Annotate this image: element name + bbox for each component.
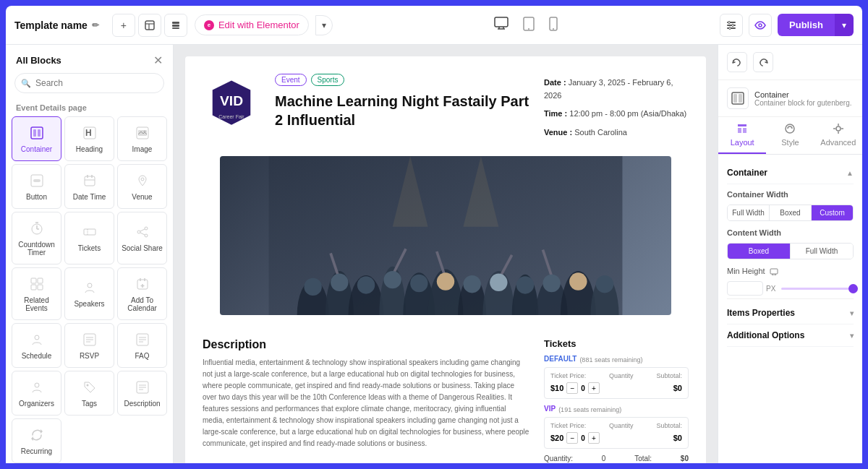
block-tickets[interactable]: Tickets bbox=[64, 212, 114, 264]
vip-seats: (191 seats remaining) bbox=[558, 406, 621, 413]
vip-label: VIP bbox=[544, 405, 556, 413]
top-bar: Template name ✏ + bbox=[6, 6, 862, 45]
svg-point-18 bbox=[732, 24, 734, 26]
block-countdown[interactable]: Countdown Timer bbox=[12, 212, 61, 264]
block-speakers[interactable]: Speakers bbox=[64, 267, 114, 320]
container-width-label: Container Width bbox=[727, 190, 854, 199]
block-button[interactable]: Button bbox=[12, 164, 61, 209]
content-boxed-button[interactable]: Boxed bbox=[728, 244, 791, 259]
template-icon bbox=[144, 20, 156, 31]
block-heading-label: Heading bbox=[76, 145, 103, 153]
default-qty-control: − 0 + bbox=[566, 382, 600, 394]
settings-icon bbox=[726, 20, 737, 31]
block-recurring[interactable]: Recurring bbox=[12, 418, 61, 463]
block-image-label: Image bbox=[132, 145, 153, 153]
venue-label: Venue : bbox=[544, 128, 572, 137]
vip-qty-plus[interactable]: + bbox=[588, 432, 600, 444]
block-tags[interactable]: Tags bbox=[64, 371, 114, 416]
undo-button[interactable] bbox=[727, 52, 747, 72]
event-header: VID Career Fair Event Sports Machine Lea… bbox=[185, 56, 706, 156]
svg-line-45 bbox=[140, 233, 145, 235]
search-box: 🔍 bbox=[14, 73, 164, 93]
additional-options-row[interactable]: Additional Options ▾ bbox=[727, 324, 854, 347]
quantity-total-row: Quantity: 0 Total: $0 bbox=[544, 455, 689, 462]
vip-qty-minus[interactable]: − bbox=[566, 432, 578, 444]
block-venue[interactable]: Venue bbox=[117, 164, 167, 209]
topbar-right: Publish ▾ bbox=[720, 14, 854, 37]
search-icon: 🔍 bbox=[21, 79, 31, 88]
svg-line-44 bbox=[140, 229, 145, 231]
svg-point-103 bbox=[542, 275, 560, 292]
block-heading[interactable]: H Heading bbox=[64, 116, 114, 161]
mobile-icon[interactable] bbox=[546, 14, 561, 37]
block-tickets-label: Tickets bbox=[78, 244, 101, 252]
advanced-tab-icon bbox=[833, 123, 844, 137]
elementor-chevron-button[interactable]: ▾ bbox=[315, 15, 333, 35]
search-input[interactable] bbox=[14, 73, 164, 93]
default-qty-plus[interactable]: + bbox=[588, 382, 600, 394]
additional-chevron-icon: ▾ bbox=[850, 332, 854, 340]
svg-point-102 bbox=[516, 277, 534, 294]
min-height-row: Min Height bbox=[727, 267, 854, 275]
close-sidebar-button[interactable]: ✕ bbox=[153, 53, 163, 67]
block-description[interactable]: Description bbox=[117, 371, 167, 416]
default-qty-minus[interactable]: − bbox=[566, 382, 578, 394]
container-section-row[interactable]: Container ▲ bbox=[727, 162, 854, 184]
svg-text:H: H bbox=[85, 128, 92, 138]
event-body: Description Influential media, entertain… bbox=[185, 327, 706, 463]
custom-width-button[interactable]: Custom bbox=[812, 205, 853, 220]
block-related-label: Related Events bbox=[15, 296, 58, 312]
tab-layout-label: Layout bbox=[731, 138, 754, 147]
addcal-block-icon bbox=[136, 277, 149, 293]
content-full-button[interactable]: Full Width bbox=[791, 244, 853, 259]
svg-rect-0 bbox=[145, 21, 154, 30]
block-faq[interactable]: FAQ bbox=[117, 323, 167, 368]
event-image bbox=[220, 156, 671, 315]
description-title: Description bbox=[203, 338, 529, 351]
tickets-block-icon bbox=[83, 225, 96, 241]
venue-block-icon bbox=[136, 174, 149, 190]
svg-point-101 bbox=[490, 274, 507, 291]
block-datetime[interactable]: Date Time bbox=[64, 164, 114, 209]
default-ticket-header: Ticket Price: Quantity Subtotal: bbox=[550, 372, 682, 379]
layers-button[interactable] bbox=[164, 14, 187, 37]
vip-subtotal: $0 bbox=[673, 434, 682, 442]
items-properties-row[interactable]: Items Properties ▾ bbox=[727, 302, 854, 324]
add-block-button[interactable]: + bbox=[112, 14, 135, 37]
block-addcal[interactable]: Add To Calendar bbox=[117, 267, 167, 320]
redo-button[interactable] bbox=[753, 52, 773, 72]
boxed-width-button[interactable]: Boxed bbox=[770, 205, 812, 220]
block-addcal-label: Add To Calendar bbox=[121, 296, 163, 312]
tab-style[interactable]: Style bbox=[766, 117, 814, 154]
device-icons bbox=[491, 14, 561, 37]
block-organizers[interactable]: Organizers bbox=[12, 371, 61, 416]
block-related[interactable]: Related Events bbox=[12, 267, 61, 320]
publish-button[interactable]: Publish bbox=[778, 14, 835, 36]
block-container[interactable]: Container bbox=[12, 116, 61, 161]
desktop-icon[interactable] bbox=[491, 14, 511, 37]
topbar-icons: + bbox=[112, 14, 187, 37]
block-social[interactable]: Social Share bbox=[117, 212, 167, 264]
edit-template-icon[interactable]: ✏ bbox=[92, 20, 99, 30]
tab-advanced[interactable]: Advanced bbox=[814, 117, 862, 154]
default-seats: (881 seats remaining) bbox=[579, 356, 642, 363]
eye-icon-button[interactable] bbox=[749, 14, 772, 37]
min-height-slider[interactable] bbox=[781, 288, 854, 290]
full-width-button[interactable]: Full Width bbox=[728, 205, 770, 220]
block-image[interactable]: Image bbox=[117, 116, 167, 161]
date-row: Date : January 3, 2025 - February 6, 202… bbox=[544, 77, 689, 102]
template-button[interactable] bbox=[138, 14, 161, 37]
default-subtotal: $0 bbox=[673, 384, 682, 392]
monitor-icon bbox=[770, 268, 778, 275]
min-height-input-row: PX bbox=[727, 281, 854, 296]
tab-layout[interactable]: Layout bbox=[718, 117, 766, 154]
elementor-button[interactable]: e Edit with Elementor bbox=[195, 14, 309, 35]
publish-arrow-button[interactable]: ▾ bbox=[835, 14, 854, 36]
settings-icon-button[interactable] bbox=[720, 14, 743, 37]
blocks-grid: Container H Heading Image bbox=[6, 116, 173, 463]
container-section-label: Container bbox=[727, 168, 767, 178]
min-height-input[interactable] bbox=[727, 281, 763, 296]
block-rsvp[interactable]: RSVP bbox=[64, 323, 114, 368]
block-schedule[interactable]: Schedule bbox=[12, 323, 61, 368]
tablet-icon[interactable] bbox=[520, 14, 537, 37]
